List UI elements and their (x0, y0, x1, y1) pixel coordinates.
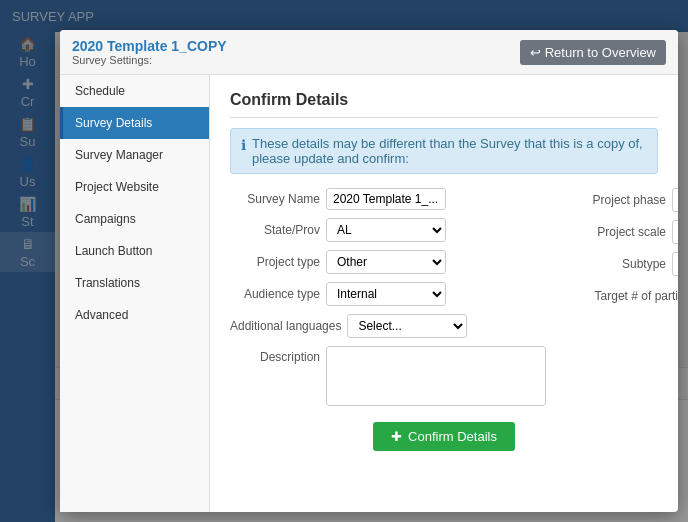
nav-survey-manager[interactable]: Survey Manager (60, 139, 209, 171)
form-right-col: Project phase OtherDesign Project scale … (576, 188, 678, 406)
state-prov-label: State/Prov (230, 223, 320, 237)
return-icon: ↩ (530, 45, 541, 60)
nav-advanced[interactable]: Advanced (60, 299, 209, 331)
nav-translations[interactable]: Translations (60, 267, 209, 299)
modal-header-info: 2020 Template 1_COPY Survey Settings: (72, 38, 227, 66)
modal-title: 2020 Template 1_COPY (72, 38, 227, 54)
confirm-details-heading: Confirm Details (230, 91, 658, 118)
project-type-select[interactable]: OtherCommercial (326, 250, 446, 274)
additional-lang-row: Additional languages Select...EnglishSpa… (230, 314, 546, 338)
modal-topbar: 2020 Template 1_COPY Survey Settings: ↩ … (60, 30, 678, 75)
return-to-overview-btn[interactable]: ↩ Return to Overview (520, 40, 666, 65)
description-textarea[interactable] (326, 346, 546, 406)
confirm-icon: ✚ (391, 429, 402, 444)
subtype-label: Subtype (576, 257, 666, 271)
description-row: Description (230, 346, 546, 406)
state-prov-row: State/Prov ALAKAZ (230, 218, 546, 242)
target-participants-row: Target # of participants Select...50100 (576, 284, 678, 308)
project-type-label: Project type (230, 255, 320, 269)
state-prov-select[interactable]: ALAKAZ (326, 218, 446, 242)
info-message: These details may be different than the … (252, 136, 647, 166)
project-phase-select[interactable]: OtherDesign (672, 188, 678, 212)
nav-campaigns[interactable]: Campaigns (60, 203, 209, 235)
form-actions: ✚ Confirm Details (230, 422, 658, 451)
survey-name-label: Survey Name (230, 192, 320, 206)
nav-schedule[interactable]: Schedule (60, 75, 209, 107)
subtype-row: Subtype N/AType A (576, 252, 678, 276)
form-left-col: Survey Name State/Prov ALAKAZ Project ty… (230, 188, 546, 406)
target-participants-label: Target # of participants (576, 289, 678, 303)
survey-name-input[interactable] (326, 188, 446, 210)
audience-type-label: Audience type (230, 287, 320, 301)
additional-lang-select[interactable]: Select...EnglishSpanish (347, 314, 467, 338)
modal-nav: Schedule Survey Details Survey Manager P… (60, 75, 210, 512)
project-phase-label: Project phase (576, 193, 666, 207)
project-scale-label: Project scale (576, 225, 666, 239)
modal-subtitle: Survey Settings: (72, 54, 227, 66)
audience-type-select[interactable]: InternalExternal (326, 282, 446, 306)
project-scale-row: Project scale SiteRegion (576, 220, 678, 244)
modal-dialog: 2020 Template 1_COPY Survey Settings: ↩ … (60, 30, 678, 512)
audience-type-row: Audience type InternalExternal (230, 282, 546, 306)
confirm-details-btn[interactable]: ✚ Confirm Details (373, 422, 515, 451)
nav-project-website[interactable]: Project Website (60, 171, 209, 203)
project-type-row: Project type OtherCommercial (230, 250, 546, 274)
info-icon: ℹ (241, 137, 246, 153)
nav-launch-button[interactable]: Launch Button (60, 235, 209, 267)
nav-survey-details[interactable]: Survey Details (60, 107, 209, 139)
project-phase-row: Project phase OtherDesign (576, 188, 678, 212)
description-label: Description (230, 346, 320, 364)
additional-lang-label: Additional languages (230, 319, 341, 333)
modal-body: Schedule Survey Details Survey Manager P… (60, 75, 678, 512)
info-banner: ℹ These details may be different than th… (230, 128, 658, 174)
survey-name-row: Survey Name (230, 188, 546, 210)
form-container: Survey Name State/Prov ALAKAZ Project ty… (230, 188, 658, 406)
modal-main-content: Confirm Details ℹ These details may be d… (210, 75, 678, 512)
subtype-select[interactable]: N/AType A (672, 252, 678, 276)
project-scale-select[interactable]: SiteRegion (672, 220, 678, 244)
